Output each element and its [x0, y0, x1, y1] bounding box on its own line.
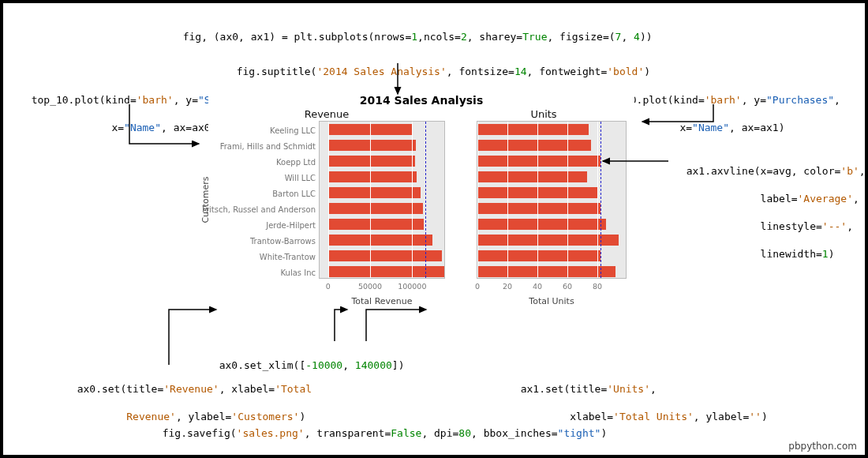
avg-line-units	[600, 122, 601, 278]
xtick-label: 100000	[398, 282, 426, 291]
bar	[477, 140, 591, 151]
bar	[328, 156, 415, 167]
bar	[477, 219, 606, 230]
axes-revenue-title: Revenue	[208, 108, 445, 121]
ytick-label: Fritsch, Russel and Anderson	[197, 205, 316, 214]
axes-units-title: Units	[453, 108, 634, 121]
bar	[477, 266, 615, 277]
bar-row	[477, 265, 627, 278]
bar	[328, 266, 444, 277]
bar-row	[477, 218, 627, 231]
bar	[477, 250, 600, 261]
bar	[328, 187, 421, 198]
ytick-label: Frami, Hills and Schmidt	[197, 142, 316, 151]
xtick-label: 20	[503, 282, 512, 291]
code-suptitle: fig.suptitle('2014 Sales Analysis', font…	[224, 51, 650, 78]
bar-row	[477, 155, 627, 167]
xtick-label: 0	[475, 282, 480, 291]
figure-suptitle: 2014 Sales Analysis	[208, 94, 634, 107]
bar-row	[320, 265, 446, 278]
bar-row	[320, 186, 446, 199]
bar	[328, 250, 442, 261]
ytick-label: Will LLC	[197, 174, 316, 182]
ytick-label: Barton LLC	[197, 190, 316, 198]
bar-row	[477, 171, 627, 183]
ytick-label: Keeling LLC	[197, 126, 316, 135]
xtick-label: 40	[533, 282, 542, 291]
bar-row	[477, 202, 627, 215]
axes-units-xlabel: Total Units	[477, 296, 627, 306]
bar-row	[320, 139, 446, 152]
bar-row	[320, 123, 446, 136]
avg-line-revenue	[425, 122, 426, 278]
bar	[328, 235, 432, 246]
code-subplots: fig, (ax0, ax1) = plt.subplots(nrows=1,n…	[170, 16, 653, 43]
bar	[328, 203, 424, 214]
bar-row	[320, 171, 446, 183]
bar-row	[320, 202, 446, 215]
xtick-label: 80	[593, 282, 602, 291]
ytick-label: Trantow-Barrows	[197, 237, 316, 246]
xtick-label: 60	[563, 282, 572, 291]
bar-row	[320, 218, 446, 231]
bar-row	[477, 186, 627, 199]
ytick-label: White-Trantow	[197, 253, 316, 261]
credit-text: pbpython.com	[788, 441, 857, 452]
arrow-xlim-1	[335, 310, 347, 341]
ytick-label: Kulas Inc	[197, 268, 316, 277]
bar-row	[477, 250, 627, 262]
xtick-label: 50000	[358, 282, 382, 291]
bar	[477, 171, 587, 182]
axes-units: Units 020406080 Total Units	[453, 108, 634, 307]
bar	[477, 156, 600, 167]
figure: 2014 Sales Analysis Revenue Customers 05…	[208, 94, 634, 307]
bar	[328, 219, 424, 230]
bar	[328, 171, 417, 182]
code-axvline: ax1.axvline(x=avg, color='b', label='Ave…	[674, 150, 866, 261]
ytick-label: Jerde-Hilpert	[197, 221, 316, 230]
xtick-label: 0	[326, 282, 331, 291]
bar-row	[477, 139, 627, 152]
arrow-xlim-2	[366, 310, 426, 341]
axes-revenue-ylabel: Customers	[200, 176, 211, 223]
bar	[477, 203, 600, 214]
bar	[328, 140, 416, 151]
code-savefig: fig.savefig('sales.png', transparent=Fal…	[150, 412, 607, 440]
axes-revenue-xlabel: Total Revenue	[319, 296, 445, 306]
axes-revenue: Revenue Customers 050000100000 Total Rev…	[208, 108, 445, 307]
bar-row	[477, 123, 627, 136]
bar-row	[477, 234, 627, 246]
ytick-label: Koepp Ltd	[197, 158, 316, 167]
bar	[477, 124, 589, 135]
bar-row	[320, 250, 446, 262]
bar-row	[320, 234, 446, 246]
bar-row	[320, 155, 446, 167]
